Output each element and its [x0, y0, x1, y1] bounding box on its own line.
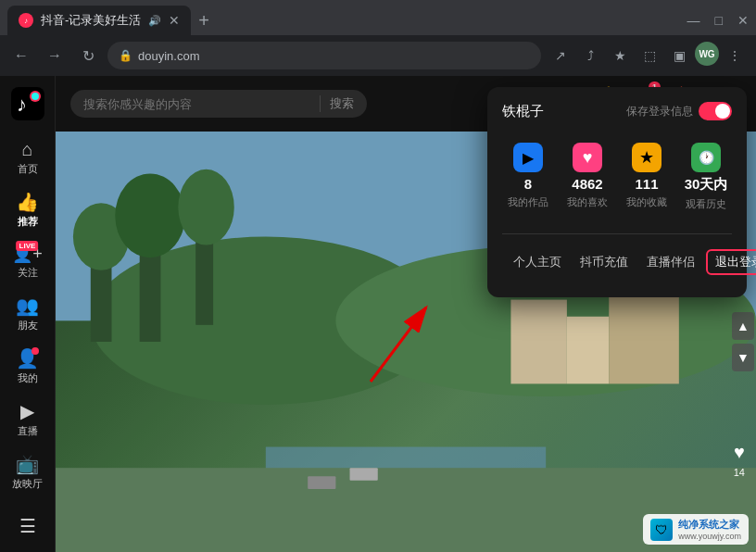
sidebar-mine-label: 我的: [18, 371, 38, 385]
tab-audio-icon: 🔊: [148, 15, 161, 27]
extension-btn[interactable]: ⬚: [636, 42, 663, 69]
favorites-icon: ★: [632, 143, 662, 172]
share-btn[interactable]: ⤴: [576, 42, 604, 69]
stat-favorites[interactable]: ★ 111 我的收藏: [621, 135, 673, 219]
sidebar-follow-label: 关注: [18, 266, 38, 280]
sidebar: ♪ ⌂ 首页 👍 推荐 👤+ LIVE 关注 👥 朋友 👤: [0, 76, 56, 552]
scroll-up-btn[interactable]: ▲: [732, 312, 754, 340]
sidebar-home-label: 首页: [18, 162, 38, 176]
browser-chrome: ♪ 抖音-记录美好生活 🔊 ✕ + — □ ✕ ← → ↻ 🔒 douyin.c…: [0, 0, 756, 76]
works-icon: ▶: [513, 143, 543, 172]
mine-dot: [32, 347, 39, 355]
tab-close-btn[interactable]: ✕: [169, 13, 180, 28]
svg-text:♪: ♪: [17, 93, 27, 116]
nav-actions: ↗ ⤴ ★ ⬚ ▣ WG ⋮: [547, 42, 749, 69]
menu-btn[interactable]: ⋮: [721, 42, 749, 69]
address-text: douyin.com: [138, 49, 199, 63]
live-icon: ▶: [20, 400, 34, 422]
profile-page-btn[interactable]: 个人主页: [506, 250, 569, 274]
sidebar-cinema-label: 放映厅: [12, 477, 43, 491]
sidebar-toggle-btn[interactable]: ▣: [665, 42, 693, 69]
friends-icon: 👥: [16, 295, 39, 317]
svg-rect-14: [510, 300, 566, 384]
svg-rect-19: [308, 476, 335, 489]
browser-profile-icon[interactable]: WG: [695, 42, 719, 66]
bookmark-icon: ☰: [19, 515, 36, 537]
works-label: 我的作品: [508, 195, 548, 209]
sidebar-item-home[interactable]: ⌂ 首页: [4, 133, 52, 182]
watermark: 🛡 纯净系统之家 www.youwjy.com: [643, 514, 749, 545]
sidebar-item-friends[interactable]: 👥 朋友: [4, 289, 52, 338]
menu-row: 个人主页 抖币充值 直播伴侣 退出登录 👤 换肤 ⚙ 设置: [502, 242, 732, 282]
watermark-url: www.youwjy.com: [678, 532, 741, 541]
svg-rect-15: [567, 317, 609, 384]
stat-likes[interactable]: ♥ 4862 我的喜欢: [561, 135, 613, 219]
svg-point-10: [115, 173, 185, 257]
svg-rect-16: [609, 292, 679, 384]
tab-favicon: ♪: [19, 13, 33, 28]
home-icon: ⌂: [21, 139, 32, 160]
lock-icon: 🔒: [119, 49, 132, 62]
dropdown-header: 铁棍子 保存登录信息: [502, 102, 732, 120]
sidebar-live-label: 直播: [18, 424, 38, 438]
stat-history[interactable]: 🕐 30天内 观看历史: [680, 135, 732, 219]
save-login-toggle[interactable]: [699, 102, 732, 120]
stats-grid: ▶ 8 我的作品 ♥ 4862 我的喜欢 ★ 111 我的收藏 🕐 30天内: [502, 135, 732, 219]
stat-works[interactable]: ▶ 8 我的作品: [502, 135, 554, 219]
external-link-btn[interactable]: ↗: [547, 42, 574, 69]
coins-btn[interactable]: 抖币充值: [573, 250, 636, 274]
sidebar-item-follow[interactable]: 👤+ LIVE 关注: [4, 238, 52, 285]
new-tab-btn[interactable]: +: [198, 10, 209, 31]
dropdown-username: 铁棍子: [502, 103, 544, 120]
svg-point-12: [178, 169, 233, 245]
recommend-icon: 👍: [16, 191, 39, 213]
nav-bar: ← → ↻ 🔒 douyin.com ↗ ⤴ ★ ⬚ ▣ WG ⋮: [0, 35, 756, 76]
watermark-logo: 🛡: [650, 519, 673, 541]
likes-num: 4862: [572, 176, 602, 192]
save-login-section: 保存登录信息: [626, 102, 732, 120]
window-controls: — □ ✕: [687, 13, 749, 28]
menu-divider: [502, 233, 732, 234]
search-input[interactable]: [83, 97, 312, 111]
forward-btn[interactable]: →: [41, 42, 69, 69]
sidebar-item-mine[interactable]: 👤 我的: [4, 342, 52, 391]
scroll-down-btn[interactable]: ▼: [732, 344, 754, 371]
maximize-btn[interactable]: □: [715, 13, 723, 28]
search-btn[interactable]: 搜索: [320, 95, 354, 112]
sidebar-item-live[interactable]: ▶ 直播: [4, 395, 52, 444]
minimize-btn[interactable]: —: [687, 13, 700, 28]
likes-icon: ♥: [573, 143, 602, 172]
partner-btn[interactable]: 直播伴侣: [639, 250, 702, 274]
back-btn[interactable]: ←: [7, 42, 35, 69]
sidebar-item-bookmark[interactable]: ☰: [4, 509, 52, 543]
search-box[interactable]: 搜索: [70, 90, 367, 118]
likes-label: 我的喜欢: [567, 195, 608, 209]
address-bar[interactable]: 🔒 douyin.com: [107, 42, 541, 69]
cinema-icon: 📺: [16, 453, 39, 475]
favorites-label: 我的收藏: [626, 195, 667, 209]
history-num: 30天内: [685, 176, 728, 194]
mine-icon-wrap: 👤: [16, 347, 39, 370]
svg-rect-20: [350, 468, 378, 481]
logout-btn[interactable]: 退出登录: [706, 249, 756, 275]
close-btn[interactable]: ✕: [737, 13, 749, 28]
save-login-label: 保存登录信息: [626, 104, 693, 119]
tab-bar: ♪ 抖音-记录美好生活 🔊 ✕ + — □ ✕: [0, 0, 756, 35]
bookmark-btn[interactable]: ★: [606, 42, 634, 69]
sidebar-recommend-label: 推荐: [18, 215, 38, 229]
sidebar-item-cinema[interactable]: 📺 放映厅: [4, 447, 52, 496]
sidebar-item-recommend[interactable]: 👍 推荐: [4, 185, 52, 234]
refresh-btn[interactable]: ↻: [74, 42, 102, 69]
active-tab[interactable]: ♪ 抖音-记录美好生活 🔊 ✕: [7, 6, 191, 35]
sidebar-friends-label: 朋友: [18, 319, 38, 332]
favorites-num: 111: [635, 176, 658, 192]
app-content: ♪ ⌂ 首页 👍 推荐 👤+ LIVE 关注 👥 朋友 👤: [0, 76, 756, 552]
works-num: 8: [524, 176, 532, 192]
watermark-title: 纯净系统之家: [678, 518, 741, 532]
app-logo[interactable]: ♪: [9, 85, 46, 122]
live-badge: LIVE: [17, 241, 39, 251]
follow-icon-wrap: 👤+ LIVE: [12, 244, 43, 264]
svg-point-3: [32, 93, 39, 100]
tab-title: 抖音-记录美好生活: [41, 12, 141, 29]
history-label: 观看历史: [686, 197, 726, 211]
